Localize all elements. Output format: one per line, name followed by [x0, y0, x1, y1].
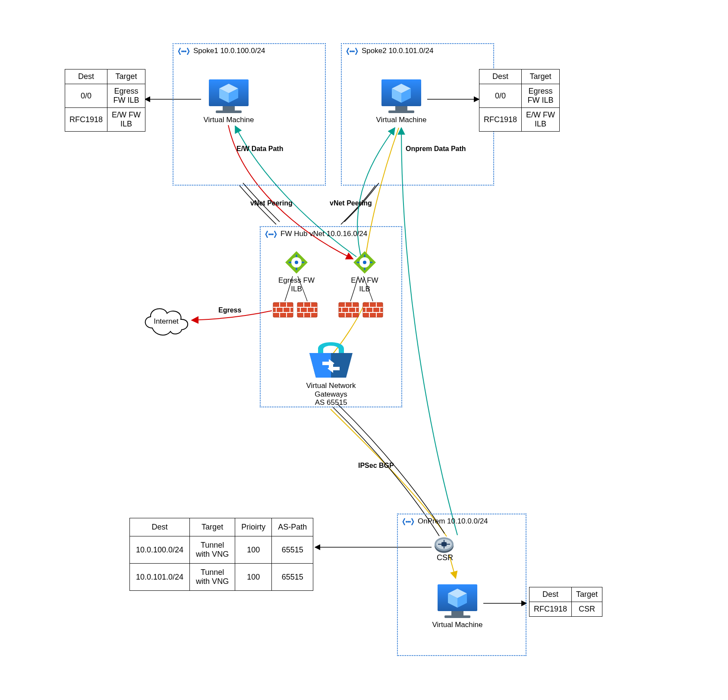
ew-fw-ilb: E/W FW ILB [345, 250, 384, 293]
rt-header: Target [190, 518, 235, 536]
rt-cell: 100 [235, 536, 272, 564]
rt-cell: CSR [572, 602, 602, 617]
route-table-spoke1: Dest Target 0/0 Egress FW ILB RFC1918 E/… [65, 69, 145, 132]
label-vnet-peering-2: vNet Peering [330, 199, 372, 207]
internet-cloud: Internet [138, 302, 194, 348]
vnet-title-spoke2: Spoke2 10.0.101.0/24 [362, 47, 433, 55]
load-balancer-icon [284, 250, 309, 274]
rt-cell: 10.0.100.0/24 [130, 536, 190, 564]
vm-onprem: Virtual Machine [432, 583, 483, 629]
firewall-icon [362, 302, 383, 318]
label-onprem-data-path: Onprem Data Path [406, 145, 466, 153]
rt-header: Target [572, 587, 602, 602]
firewall-icon [273, 302, 293, 318]
label-egress: Egress [218, 306, 241, 314]
rt-cell: Tunnel with VNG [190, 564, 235, 591]
rt-header: Dest [479, 69, 522, 84]
rt-cell: 0/0 [479, 84, 522, 108]
internet-label: Internet [138, 317, 194, 326]
rt-cell: 10.0.101.0/24 [130, 564, 190, 591]
load-balancer-icon [353, 250, 377, 274]
ew-fw-ilb-label: E/W FW ILB [345, 276, 384, 293]
egress-fw-ilb: Egress FW ILB [277, 250, 316, 293]
label-ipsec-bgp: IPSec BGP [358, 462, 394, 470]
rt-header: Target [522, 69, 560, 84]
rt-header: Dest [130, 518, 190, 536]
label-vnet-peering-1: vNet Peering [250, 199, 293, 207]
rt-cell: 65515 [272, 536, 313, 564]
rt-cell: E/W FW ILB [522, 108, 560, 132]
rt-cell: 100 [235, 564, 272, 591]
vnet-icon [178, 47, 190, 55]
vpn-gateway-icon [305, 332, 357, 380]
rt-cell: Tunnel with VNG [190, 536, 235, 564]
vnet-icon [402, 517, 414, 525]
csr-router: CSR [434, 537, 473, 562]
vnet-icon [346, 47, 358, 55]
egress-fw-ilb-label: Egress FW ILB [277, 276, 316, 293]
vm-spoke1-label: Virtual Machine [203, 116, 255, 124]
route-table-csr: Dest Target Prioirty AS-Path 10.0.100.0/… [129, 518, 313, 591]
rt-header: Target [107, 69, 145, 84]
vnet-title-spoke1: Spoke1 10.0.100.0/24 [193, 47, 265, 55]
rt-cell: E/W FW ILB [107, 108, 145, 132]
rt-cell: Egress FW ILB [107, 84, 145, 108]
rt-header: Dest [65, 69, 107, 84]
rt-cell: RFC1918 [529, 602, 572, 617]
label-ew-data-path: E/W Data Path [236, 145, 283, 153]
firewall-ew-1 [338, 302, 359, 319]
virtual-network-gateway: Virtual Network Gateways AS 65515 [299, 332, 363, 407]
router-icon [434, 537, 454, 553]
rt-cell: Egress FW ILB [522, 84, 560, 108]
vnet-icon [265, 230, 277, 238]
vng-label: Virtual Network Gateways AS 65515 [299, 382, 363, 407]
rt-header: Dest [529, 587, 572, 602]
rt-cell: 0/0 [65, 84, 107, 108]
firewall-egress-1 [273, 302, 293, 319]
rt-cell: RFC1918 [65, 108, 107, 132]
vm-spoke2-label: Virtual Machine [375, 116, 427, 124]
firewall-icon [338, 302, 359, 318]
csr-label: CSR [437, 553, 453, 562]
rt-header: Prioirty [235, 518, 272, 536]
route-table-onprem-vm: Dest Target RFC1918 CSR [529, 587, 602, 617]
route-table-spoke2: Dest Target 0/0 Egress FW ILB RFC1918 E/… [479, 69, 560, 132]
firewall-egress-2 [297, 302, 318, 319]
rt-header: AS-Path [272, 518, 313, 536]
vnet-title-onprem: OnPrem 10.10.0.0/24 [418, 517, 488, 526]
firewall-ew-2 [362, 302, 383, 319]
rt-cell: 65515 [272, 564, 313, 591]
vm-spoke1: Virtual Machine [203, 78, 255, 124]
rt-cell: RFC1918 [479, 108, 522, 132]
vm-onprem-label: Virtual Machine [432, 621, 483, 629]
firewall-icon [297, 302, 318, 318]
vnet-title-hub: FW Hub vNet 10.0.16.0/24 [280, 230, 367, 238]
vm-spoke2: Virtual Machine [375, 78, 427, 124]
